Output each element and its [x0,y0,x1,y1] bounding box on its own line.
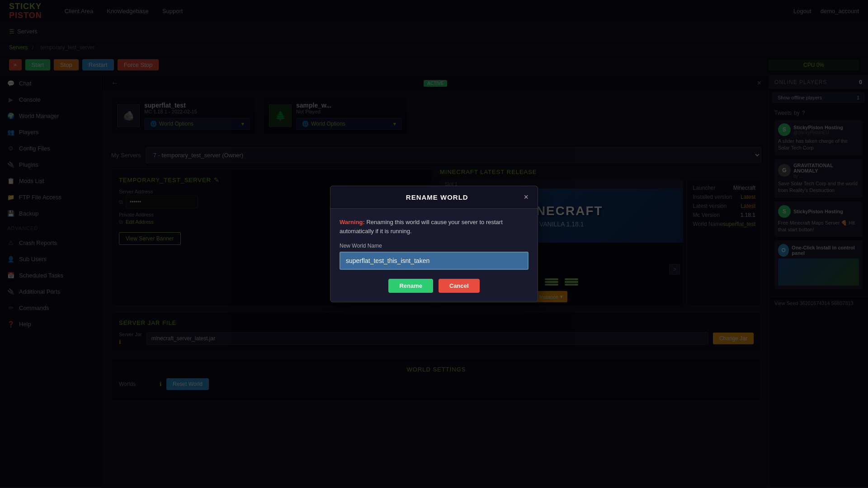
rename-confirm-btn[interactable]: Rename [388,279,433,293]
modal-title: RENAME WORLD [350,193,524,201]
modal-warning: Warning: Renaming this world will cause … [340,218,528,235]
modal-label: New World Name [340,243,528,249]
modal-overlay: RENAME WORLD × Warning: Renaming this wo… [0,0,868,488]
warning-prefix: Warning: [340,219,365,225]
new-world-name-input[interactable] [340,252,528,270]
rename-world-modal: RENAME WORLD × Warning: Renaming this wo… [330,186,538,302]
modal-header: RENAME WORLD × [330,186,538,209]
cancel-btn[interactable]: Cancel [439,279,480,293]
modal-body: Warning: Renaming this world will cause … [330,209,538,302]
modal-close-btn[interactable]: × [524,192,528,202]
modal-actions: Rename Cancel [340,279,528,293]
